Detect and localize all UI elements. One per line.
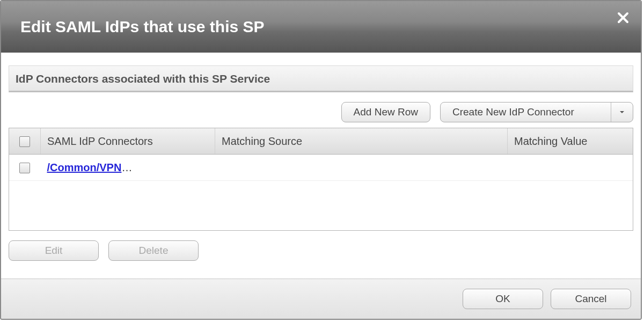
toolbar: Add New Row Create New IdP Connector bbox=[1, 92, 641, 128]
dialog-body: IdP Connectors associated with this SP S… bbox=[1, 53, 641, 279]
dialog-title: Edit SAML IdPs that use this SP bbox=[20, 18, 265, 36]
connector-cell: /Common/VPN… bbox=[41, 155, 215, 181]
panel-header: IdP Connectors associated with this SP S… bbox=[9, 65, 633, 92]
connector-suffix: … bbox=[121, 162, 132, 173]
matching-value-cell bbox=[508, 155, 633, 181]
ok-label: OK bbox=[495, 293, 510, 305]
connector-link[interactable]: /Common/VPN bbox=[47, 162, 122, 173]
titlebar: Edit SAML IdPs that use this SP bbox=[1, 1, 641, 53]
ok-button[interactable]: OK bbox=[463, 289, 543, 309]
column-header-matching-value[interactable]: Matching Value bbox=[508, 128, 633, 155]
add-new-row-button[interactable]: Add New Row bbox=[341, 102, 430, 122]
row-actions: Edit Delete bbox=[1, 231, 641, 261]
add-new-row-label: Add New Row bbox=[354, 106, 418, 118]
row-select-cell[interactable] bbox=[9, 155, 41, 181]
table-row[interactable]: /Common/VPN… bbox=[9, 155, 633, 181]
checkbox-icon[interactable] bbox=[19, 136, 30, 147]
cancel-label: Cancel bbox=[575, 293, 606, 305]
edit-button[interactable]: Edit bbox=[9, 240, 99, 261]
select-all-header[interactable] bbox=[9, 128, 41, 155]
checkbox-icon[interactable] bbox=[19, 163, 30, 173]
dialog: Edit SAML IdPs that use this SP IdP Conn… bbox=[0, 0, 642, 320]
delete-button[interactable]: Delete bbox=[108, 240, 199, 261]
idp-connector-table: SAML IdP Connectors Matching Source Matc… bbox=[9, 128, 633, 231]
create-new-idp-connector-label: Create New IdP Connector bbox=[452, 106, 574, 118]
chevron-down-icon bbox=[611, 103, 625, 122]
create-new-idp-connector-dropdown[interactable]: Create New IdP Connector bbox=[440, 102, 633, 122]
column-header-connectors[interactable]: SAML IdP Connectors bbox=[41, 128, 215, 155]
dialog-footer: OK Cancel bbox=[1, 279, 641, 319]
delete-label: Delete bbox=[139, 245, 169, 257]
close-icon[interactable] bbox=[617, 12, 629, 24]
matching-source-cell bbox=[215, 155, 508, 181]
edit-label: Edit bbox=[45, 245, 63, 257]
column-header-matching-source[interactable]: Matching Source bbox=[215, 128, 508, 155]
cancel-button[interactable]: Cancel bbox=[551, 289, 631, 309]
